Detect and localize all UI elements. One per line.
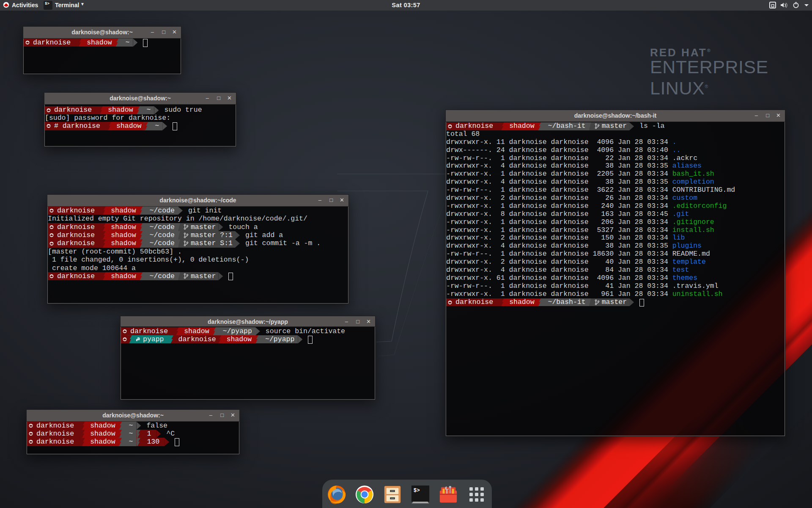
svg-text:$>: $> <box>414 488 420 494</box>
